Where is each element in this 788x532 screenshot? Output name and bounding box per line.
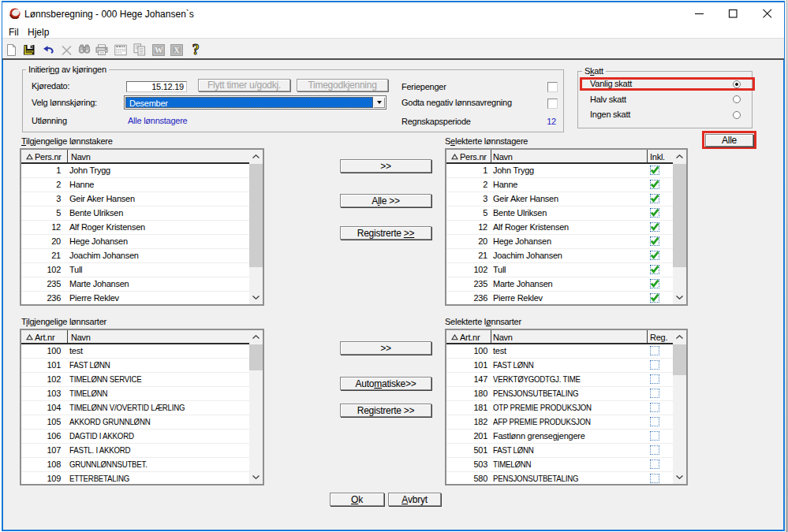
svg-text:W: W xyxy=(155,46,163,54)
svg-text:X: X xyxy=(174,46,180,54)
svg-text:?: ? xyxy=(192,43,200,57)
